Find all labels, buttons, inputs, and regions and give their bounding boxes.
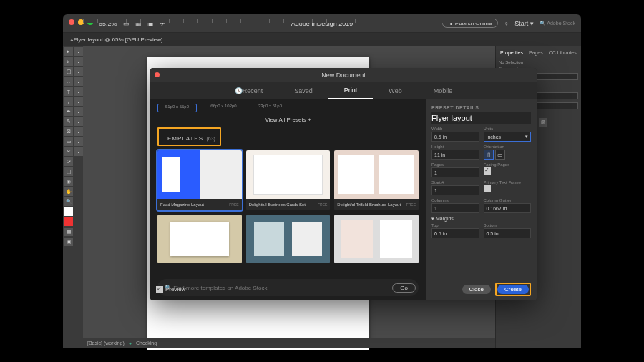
align-icon[interactable]: ▨ [539,118,547,127]
tab-recent[interactable]: 🕓 Recent [219,82,279,99]
columns-input[interactable]: 1 [431,203,479,213]
tool-icon[interactable]: • [74,77,83,86]
templates-grid: Food Magazine LayoutFREE Delightful Busi… [157,150,419,263]
tool-palette-right: • • • • • • • • • • • [73,46,83,348]
fill-swatch[interactable] [64,207,73,216]
primary-text-frame-checkbox[interactable] [484,185,491,192]
workspace-switcher[interactable]: Start ▾ [514,20,534,27]
tool-icon[interactable]: • [74,67,83,76]
rect-frame-tool[interactable]: ⊠ [64,127,73,136]
search-stock-input[interactable]: 🔍 Adobe Stock [540,21,575,26]
template-card[interactable] [157,215,242,263]
pencil-tool[interactable]: ✎ [64,117,73,126]
status-checking[interactable]: Checking [136,341,157,346]
screen-mode[interactable]: ▣ [64,238,73,246]
tool-icon[interactable]: • [74,47,83,56]
tool-icon[interactable]: • [74,117,83,126]
hand-tool[interactable]: ✋ [64,187,73,196]
template-card[interactable]: Delightful Business Cards SetFREE [246,150,331,210]
template-title: Food Magazine Layout [160,202,204,207]
tool-icon[interactable]: • [74,87,83,96]
margin-bottom-input[interactable]: 0.5 in [484,228,532,238]
gutter-input[interactable]: 0.1667 in [484,203,532,213]
template-thumbnail [334,215,419,263]
pen-tool[interactable]: ✒ [64,107,73,116]
preset-option[interactable]: 33p0 x 51p0 [250,104,290,112]
gap-tool[interactable]: ↔ [64,77,73,86]
template-thumbnail [246,150,331,199]
templates-heading: TEMPLATES (63) [157,127,221,146]
tool-icon[interactable]: • [74,127,83,136]
status-basic[interactable]: [Basic] (working) [87,341,125,346]
template-title: Delightful Trifold Brochure Layout [337,202,401,207]
direct-select-tool[interactable]: ▹ [64,57,73,66]
units-label: Units [484,127,532,131]
template-card[interactable] [246,215,331,263]
gradient-tool[interactable]: ◫ [64,167,73,176]
document-tab[interactable]: × Flyer layout @ 65% [GPU Preview] [63,33,581,46]
stroke-swatch[interactable] [64,217,73,226]
templates-pane: 51p0 x 66p0 66p0 x 102p0 33p0 x 51p0 Vie… [150,99,426,300]
tab-print[interactable]: Print [328,82,374,99]
template-card[interactable]: Food Magazine LayoutFREE [157,150,242,210]
create-button[interactable]: Create [497,285,529,294]
tool-icon[interactable]: • [74,57,83,66]
preset-option[interactable]: 66p0 x 102p0 [204,104,243,112]
rect-tool[interactable]: ▭ [64,137,73,146]
tab-properties[interactable]: Properties [499,49,525,57]
dialog-title: New Document [321,72,366,79]
tool-icon[interactable]: • [74,147,83,156]
margins-section[interactable]: ▾ Margins [431,216,531,222]
close-button[interactable]: Close [462,285,491,294]
apply-color[interactable]: ▦ [64,228,73,236]
pages-label: Pages [431,162,479,167]
tab-web[interactable]: Web [373,82,417,99]
preset-details-pane: PRESET DETAILS Width8.5 in UnitsInches▾ … [426,99,537,300]
view-all-presets-button[interactable]: View All Presets + [157,117,419,123]
ruler-horizontal [83,14,495,23]
template-price: FREE [406,202,416,207]
tab-saved[interactable]: Saved [278,82,328,99]
margin-top-input[interactable]: 0.5 in [431,228,479,238]
template-card[interactable] [334,215,419,263]
close-window-icon[interactable] [69,19,74,25]
gutter-label: Column Gutter [484,198,532,202]
close-dialog-icon[interactable] [155,72,160,77]
line-tool[interactable]: / [64,97,73,106]
width-input[interactable]: 8.5 in [431,132,479,142]
eyedropper-tool[interactable]: ◉ [64,177,73,186]
tab-mobile[interactable]: Mobile [418,82,469,99]
selection-tool[interactable]: ▸ [64,47,73,56]
tool-icon[interactable]: • [74,137,83,146]
facing-pages-checkbox[interactable] [484,167,491,175]
pages-input[interactable]: 1 [431,167,479,177]
orientation-landscape-button[interactable]: ▭ [495,150,505,160]
transform-tool[interactable]: ⟳ [64,157,73,166]
width-label: Width [431,127,479,131]
document-name-input[interactable] [431,112,531,124]
facing-pages-label: Facing Pages [484,162,532,167]
tool-icon[interactable]: • [74,107,83,116]
orientation-label: Orientation [484,145,532,149]
template-thumbnail [157,215,242,263]
zoom-tool[interactable]: 🔍 [64,197,73,206]
page-tool[interactable]: ▢ [64,67,73,76]
dialog-titlebar: New Document [150,68,537,82]
start-input[interactable]: 1 [431,185,479,195]
tool-icon[interactable]: • [74,97,83,106]
blank-presets-row: 51p0 x 66p0 66p0 x 102p0 33p0 x 51p0 [157,104,419,112]
orientation-portrait-button[interactable]: ▯ [484,150,494,160]
type-tool[interactable]: T [64,87,73,96]
status-bar: [Basic] (working) ● Checking [83,338,495,348]
template-thumbnail [246,215,331,263]
preset-option[interactable]: 51p0 x 66p0 [157,104,197,112]
help-icon[interactable]: ♀ [504,20,509,27]
ptf-label: Primary Text Frame [484,180,532,185]
template-card[interactable]: Delightful Trifold Brochure LayoutFREE [334,150,419,210]
height-input[interactable]: 11 in [431,150,479,160]
tab-pages[interactable]: Pages [527,49,545,57]
bottom-label: Bottom [484,223,532,228]
units-dropdown[interactable]: Inches▾ [484,132,532,142]
tab-cclibraries[interactable]: CC Libraries [547,49,578,57]
scissors-tool[interactable]: ✂ [64,147,73,156]
